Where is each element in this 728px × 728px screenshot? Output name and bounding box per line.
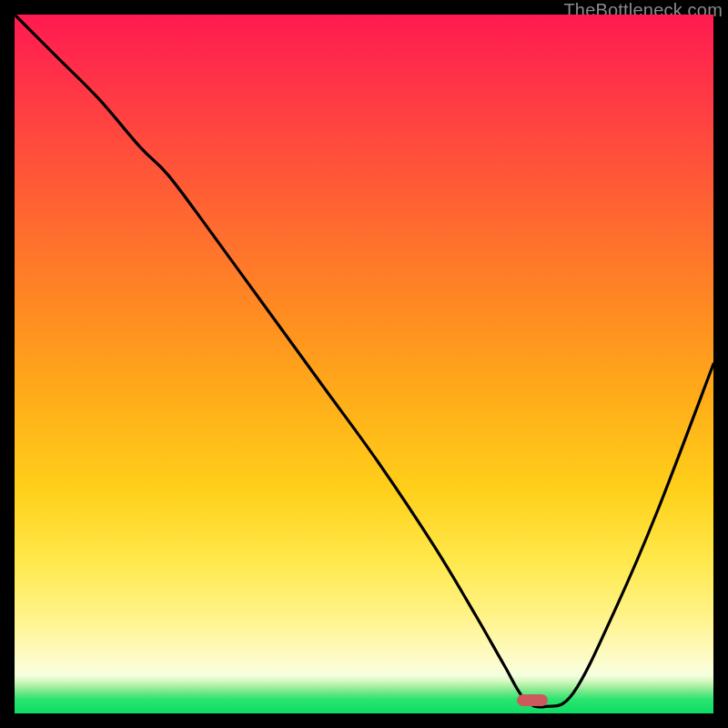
chart-container: TheBottleneck.com [0,0,728,728]
bottleneck-curve [15,15,713,713]
plot-area [15,15,713,713]
optimal-region-marker [517,694,548,706]
